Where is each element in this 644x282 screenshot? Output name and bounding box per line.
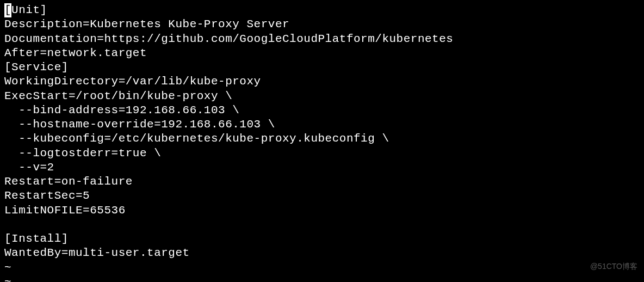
terminal-line: LimitNOFILE=65536 [4, 204, 640, 218]
cursor-block: [ [4, 3, 11, 17]
terminal-line: --logtostderr=true \ [4, 146, 640, 161]
terminal-line: Restart=on-failure [4, 175, 640, 189]
terminal-line: WorkingDirectory=/var/lib/kube-proxy [4, 75, 640, 89]
terminal-line: --hostname-override=192.168.66.103 \ [4, 118, 640, 132]
terminal-line: Description=Kubernetes Kube-Proxy Server [4, 17, 640, 32]
terminal-line: WantedBy=multi-user.target [4, 246, 640, 260]
terminal-text: Unit] [11, 4, 47, 16]
terminal-line: [Install] [4, 232, 640, 246]
terminal-line: ExecStart=/root/bin/kube-proxy \ [4, 89, 640, 103]
terminal-line: [Service] [4, 60, 640, 75]
terminal-line: RestartSec=5 [4, 189, 640, 203]
vim-empty-line-tilde: ~ [4, 261, 640, 275]
terminal-line [4, 218, 640, 232]
vim-empty-line-tilde: ~ [4, 275, 640, 282]
watermark-label: @51CTO博客 [590, 262, 637, 272]
terminal-output: [Unit]Description=Kubernetes Kube-Proxy … [4, 3, 640, 282]
terminal-line: After=network.target [4, 46, 640, 60]
terminal-line: --kubeconfig=/etc/kubernetes/kube-proxy.… [4, 132, 640, 146]
terminal-line: --bind-address=192.168.66.103 \ [4, 103, 640, 118]
terminal-line: [Unit] [4, 3, 640, 17]
terminal-line: --v=2 [4, 161, 640, 175]
terminal-line: Documentation=https://github.com/GoogleC… [4, 32, 640, 46]
